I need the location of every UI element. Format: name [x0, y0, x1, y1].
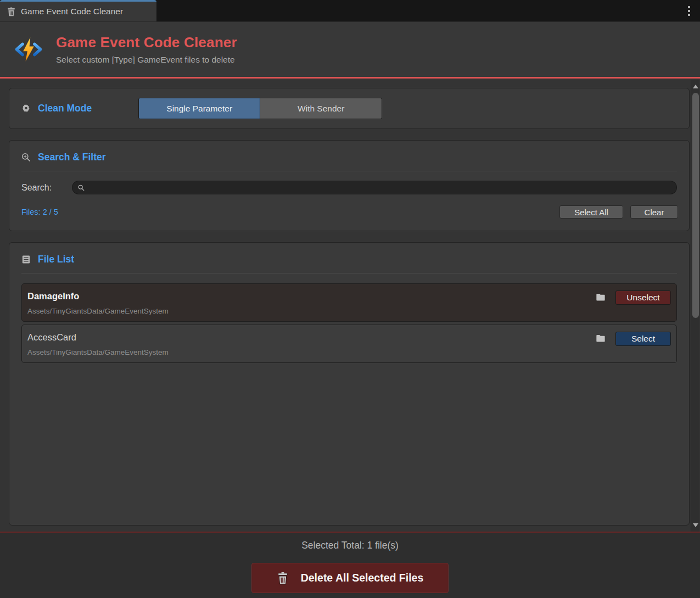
- tab-bar: Game Event Code Cleaner: [0, 0, 700, 22]
- window-menu-icon[interactable]: [678, 0, 700, 21]
- selected-total-text: Selected Total: 1 file(s): [301, 540, 399, 551]
- scrollbar-up-arrow-icon[interactable]: [691, 81, 700, 92]
- file-list-section: File List DamageInfo Assets/TinyGiantsDa…: [9, 242, 690, 526]
- file-action-button[interactable]: Unselect: [615, 290, 671, 305]
- code-brackets-lightning-icon: [14, 35, 43, 64]
- file-name: AccessCard: [27, 332, 596, 343]
- search-filter-section: Search & Filter Search: Files: 2 / 5 Sel…: [9, 140, 690, 231]
- select-all-button[interactable]: Select All: [559, 205, 623, 219]
- clean-mode-section: Clean Mode Single ParameterWith Sender: [9, 88, 690, 129]
- clean-mode-option-with-sender[interactable]: With Sender: [260, 98, 382, 119]
- folder-icon: [596, 292, 606, 302]
- gear-icon: [21, 104, 31, 113]
- main-content: Clean Mode Single ParameterWith Sender S…: [0, 79, 700, 533]
- file-row[interactable]: AccessCard Assets/TinyGiantsData/GameEve…: [21, 325, 677, 363]
- clean-mode-option-single-parameter[interactable]: Single Parameter: [138, 98, 260, 119]
- search-filter-title: Search & Filter: [38, 152, 106, 163]
- zoom-in-icon: [21, 153, 31, 162]
- trash-icon: [7, 7, 16, 16]
- tab-game-event-code-cleaner[interactable]: Game Event Code Cleaner: [0, 0, 156, 21]
- file-list-icon: [21, 255, 31, 264]
- file-path: Assets/TinyGiantsData/GameEventSystem: [27, 307, 596, 315]
- file-list-title: File List: [38, 254, 74, 265]
- search-label: Search:: [21, 183, 72, 193]
- delete-all-selected-button[interactable]: Delete All Selected Files: [251, 563, 449, 593]
- file-action-button[interactable]: Select: [615, 332, 671, 346]
- tab-label: Game Event Code Cleaner: [21, 7, 123, 16]
- header: Game Event Code Cleaner Select custom [T…: [0, 22, 700, 79]
- search-icon: [78, 185, 85, 191]
- delete-all-selected-label: Delete All Selected Files: [301, 572, 424, 584]
- files-count: Files: 2 / 5: [21, 208, 559, 216]
- trash-icon: [277, 572, 289, 585]
- scrollbar-down-arrow-icon[interactable]: [691, 519, 700, 530]
- page-title: Game Event Code Cleaner: [56, 34, 237, 51]
- search-field[interactable]: [72, 181, 677, 194]
- clear-button[interactable]: Clear: [630, 205, 678, 219]
- clean-mode-label: Clean Mode: [38, 103, 92, 114]
- file-name: DamageInfo: [27, 291, 596, 301]
- footer: Selected Total: 1 file(s) Delete All Sel…: [0, 533, 700, 598]
- game-event-code-cleaner-window: Game Event Code Cleaner Game Event Code …: [0, 0, 700, 598]
- search-input[interactable]: [88, 183, 671, 192]
- page-subtitle: Select custom [Type] GameEvent files to …: [56, 55, 237, 65]
- file-row[interactable]: DamageInfo Assets/TinyGiantsData/GameEve…: [21, 283, 677, 322]
- folder-icon: [596, 333, 606, 343]
- clean-mode-toggle: Single ParameterWith Sender: [138, 98, 382, 119]
- file-path: Assets/TinyGiantsData/GameEventSystem: [27, 348, 596, 356]
- file-list-rows: DamageInfo Assets/TinyGiantsData/GameEve…: [9, 273, 689, 363]
- vertical-scrollbar[interactable]: [691, 80, 699, 532]
- scrollbar-thumb[interactable]: [692, 93, 699, 318]
